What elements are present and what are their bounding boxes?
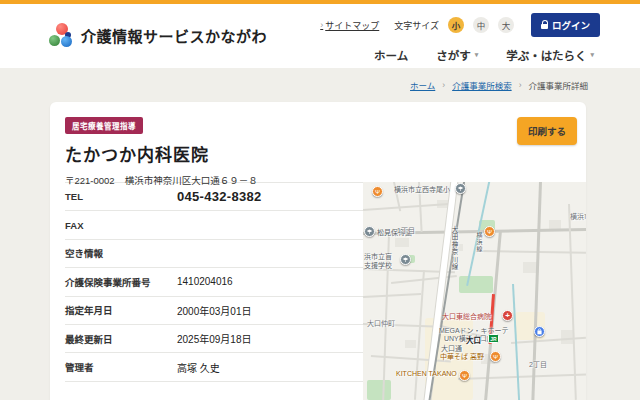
shopping-marker-icon[interactable] bbox=[534, 326, 545, 337]
nav-search-label: さがす bbox=[436, 47, 471, 63]
font-size-medium-button[interactable]: 中 bbox=[473, 17, 489, 33]
table-row: TEL 045-432-8382 bbox=[65, 183, 363, 211]
jr-station-icon[interactable]: JR bbox=[488, 334, 499, 343]
map-label-city: 横浜市 bbox=[570, 211, 586, 221]
chevron-right-icon: › bbox=[320, 20, 323, 30]
card-header: 居宅療養管理指導 たかつか内科医院 〒221-0002 横浜市神奈川区大口通６９… bbox=[50, 102, 586, 182]
caret-down-icon: ▾ bbox=[590, 51, 594, 59]
card-body: TEL 045-432-8382 FAX 空き情報 介護保険事業所番号 1410… bbox=[50, 182, 586, 400]
sitemap-link[interactable]: ›サイトマップ bbox=[320, 19, 379, 32]
nav-learn-work-label: 学ぶ・はたらく bbox=[506, 47, 586, 63]
school-marker-icon[interactable] bbox=[455, 183, 466, 194]
table-row: 最終更新日 2025年09月18日 bbox=[65, 325, 363, 353]
nav-search[interactable]: さがす▾ bbox=[436, 47, 478, 63]
row-value: 1410204016 bbox=[177, 276, 233, 287]
font-size-label: 文字サイズ bbox=[394, 19, 439, 32]
map-label-road-name: 大田神奈川線 bbox=[449, 226, 459, 271]
row-value: 高塚 久史 bbox=[177, 360, 220, 375]
facility-name: たかつか内科医院 bbox=[65, 141, 570, 166]
row-label: 介護保険事業所番号 bbox=[65, 275, 177, 289]
cross-glyph: + bbox=[505, 312, 510, 320]
service-type-badge: 居宅療養管理指導 bbox=[65, 117, 143, 134]
table-row: 介護保険事業所番号 1410204016 bbox=[65, 268, 363, 296]
restaurant-marker-icon[interactable]: Ψ bbox=[484, 226, 495, 237]
header-right: ›サイトマップ 文字サイズ 小 中 大 ログイン ホーム さがす▾ 学ぶ・はたら… bbox=[320, 4, 600, 68]
login-button[interactable]: ログイン bbox=[531, 13, 600, 37]
map-label-restaurant: 中華そば 高野 bbox=[440, 351, 484, 361]
site-header: 介護情報サービスかながわ ›サイトマップ 文字サイズ 小 中 大 ログイン ホー… bbox=[0, 4, 640, 68]
restaurant-marker-icon[interactable]: Ψ bbox=[490, 351, 501, 362]
fork-glyph: Ψ bbox=[375, 189, 380, 195]
row-label: 空き情報 bbox=[65, 246, 177, 260]
breadcrumb-search[interactable]: 介護事業所検索 bbox=[452, 79, 512, 91]
map-park bbox=[459, 276, 493, 293]
row-label: TEL bbox=[65, 191, 177, 202]
lock-icon bbox=[541, 24, 548, 29]
map-road bbox=[568, 204, 577, 400]
facility-detail-card: 居宅療養管理指導 たかつか内科医院 〒221-0002 横浜市神奈川区大口通６９… bbox=[50, 102, 586, 400]
postal-code: 〒221-0002 bbox=[65, 173, 115, 187]
fork-glyph: Ψ bbox=[493, 354, 498, 360]
map-building bbox=[395, 238, 409, 247]
map-road bbox=[363, 293, 421, 298]
fork-glyph: Ψ bbox=[487, 229, 492, 235]
breadcrumb-home[interactable]: ホーム bbox=[410, 79, 435, 91]
row-label: 指定年月日 bbox=[65, 303, 177, 317]
map-label-station: 大口 bbox=[466, 334, 481, 345]
table-row: FAX bbox=[65, 211, 363, 239]
fork-glyph: Ψ bbox=[462, 373, 467, 379]
font-size-small-button[interactable]: 小 bbox=[448, 17, 464, 33]
table-row: 管理者 高塚 久史 bbox=[65, 353, 363, 381]
location-map[interactable]: 横浜市立西寺尾小 松見保育園 浜市立盲 支援学校 1丁目 2丁目 横浜市 大田神… bbox=[363, 182, 586, 400]
brand-logo-icon bbox=[48, 23, 74, 48]
map-label-school: 横浜市立西寺尾小 bbox=[394, 184, 450, 194]
brand[interactable]: 介護情報サービスかながわ bbox=[48, 18, 267, 52]
map-road bbox=[458, 374, 586, 380]
font-size-large-button[interactable]: 大 bbox=[498, 17, 514, 33]
utility-row: ›サイトマップ 文字サイズ 小 中 大 ログイン bbox=[320, 13, 600, 37]
map-road bbox=[414, 270, 425, 400]
breadcrumb: ホーム › 介護事業所検索 › 介護事業所詳細 bbox=[410, 79, 588, 91]
print-button[interactable]: 印刷する bbox=[517, 117, 577, 145]
map-label-restaurant: KITCHEN TAKANO bbox=[396, 370, 457, 377]
address-text: 横浜市神奈川区大口通６９－８ bbox=[125, 173, 258, 187]
row-label: 最終更新日 bbox=[65, 332, 177, 346]
school-marker-icon[interactable] bbox=[400, 254, 411, 265]
breadcrumb-separator-icon: › bbox=[519, 80, 522, 90]
map-label-district: 1丁目 bbox=[397, 225, 415, 235]
map-label-rail-name: 横浜線 bbox=[475, 232, 484, 253]
row-value: 2000年03月01日 bbox=[177, 303, 252, 318]
map-label-district: 2丁目 bbox=[529, 359, 547, 369]
caret-down-icon: ▾ bbox=[475, 51, 479, 59]
sitemap-label: サイトマップ bbox=[325, 19, 379, 32]
table-row: 指定年月日 2000年03月01日 bbox=[65, 297, 363, 325]
school-marker-icon[interactable] bbox=[364, 226, 375, 237]
row-value: 2025年09月18日 bbox=[177, 331, 252, 346]
map-park bbox=[367, 380, 391, 400]
main-nav: ホーム さがす▾ 学ぶ・はたらく▾ bbox=[374, 47, 600, 63]
map-building bbox=[405, 340, 416, 348]
row-label: 管理者 bbox=[65, 360, 177, 374]
row-value: 045-432-8382 bbox=[177, 189, 262, 204]
breadcrumb-separator-icon: › bbox=[442, 80, 445, 90]
hospital-marker-icon[interactable]: + bbox=[502, 310, 513, 321]
restaurant-marker-icon[interactable]: Ψ bbox=[372, 186, 383, 197]
nav-home[interactable]: ホーム bbox=[374, 47, 408, 63]
breadcrumb-band: ホーム › 介護事業所検索 › 介護事業所詳細 bbox=[0, 68, 640, 102]
table-row: 空き情報 bbox=[65, 240, 363, 268]
map-label-blind-school: 支援学校 bbox=[364, 260, 392, 270]
jr-glyph: JR bbox=[490, 336, 496, 342]
login-label: ログイン bbox=[552, 18, 590, 32]
map-label-district: 大口仲町 bbox=[367, 318, 395, 328]
facility-info-table: TEL 045-432-8382 FAX 空き情報 介護保険事業所番号 1410… bbox=[65, 182, 363, 400]
breadcrumb-current: 介護事業所詳細 bbox=[528, 79, 588, 91]
map-label-hospital: 大口東総合病院 bbox=[442, 311, 491, 321]
restaurant-marker-icon[interactable]: Ψ bbox=[459, 370, 470, 381]
row-label: FAX bbox=[65, 220, 177, 231]
nav-learn-work[interactable]: 学ぶ・はたらく▾ bbox=[506, 47, 594, 63]
brand-title: 介護情報サービスかながわ bbox=[81, 25, 267, 46]
nav-home-label: ホーム bbox=[374, 47, 408, 63]
